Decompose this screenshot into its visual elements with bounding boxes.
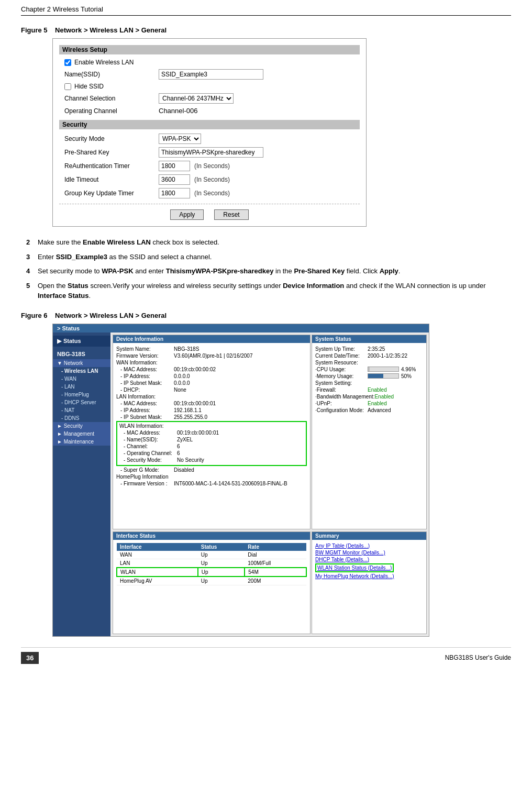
sidebar-security[interactable]: ► Security bbox=[53, 422, 110, 430]
sidebar-item-homeplug[interactable]: - HomePlug bbox=[53, 391, 110, 398]
reset-button[interactable]: Reset bbox=[214, 209, 248, 220]
wan-ip-val: 0.0.0.0 bbox=[174, 373, 190, 379]
homeplug-header-key: HomePlug Information bbox=[116, 474, 174, 480]
summary-dhcp-table[interactable]: DHCP Table (Details...) bbox=[315, 557, 423, 562]
intf-table-header: Interface Status Rate bbox=[117, 543, 306, 551]
reauth-timer-input[interactable] bbox=[159, 161, 190, 171]
bw-mgmt-row: ·Bandwidth Management: Enabled bbox=[315, 394, 423, 400]
channel-selection-label: Channel Selection bbox=[64, 95, 159, 102]
intf-lan: LAN bbox=[117, 559, 198, 568]
hide-ssid-label: Hide SSID bbox=[74, 83, 104, 90]
wan-dhcp-val: None bbox=[174, 387, 186, 393]
upnp-val: Enabled bbox=[368, 401, 387, 406]
operating-channel-value: Channel-006 bbox=[159, 107, 197, 115]
hide-ssid-checkbox[interactable] bbox=[64, 83, 71, 90]
wlan-opchannel-val: 6 bbox=[177, 450, 180, 456]
datetime-key: Current Date/Time: bbox=[315, 353, 368, 359]
operating-channel-label: Operating Channel bbox=[64, 107, 159, 115]
step-4: 4 Set security mode to WPA-PSK and enter… bbox=[26, 266, 511, 276]
idle-timeout-input[interactable] bbox=[159, 174, 190, 185]
sidebar-item-ddns[interactable]: - DDNS bbox=[53, 414, 110, 422]
datetime-val: 2000-1-1/2:35:22 bbox=[368, 353, 407, 359]
bw-mgmt-key: ·Bandwidth Management: bbox=[315, 394, 374, 400]
sidebar-network[interactable]: ▼ Network bbox=[53, 359, 110, 367]
summary-bw-mgmt[interactable]: BW MGMT Monitor (Details...) bbox=[315, 550, 423, 556]
wan-mask-key: - IP Subnet Mask: bbox=[116, 380, 174, 386]
wlan-ssid-val: ZyXEL bbox=[177, 437, 193, 442]
summary-any-ip[interactable]: Any IP Table (Details...) bbox=[315, 543, 423, 549]
table-row: WAN Up Dial bbox=[117, 551, 306, 559]
security-mode-label: Security Mode bbox=[64, 135, 159, 142]
group-key-row: Group Key Update Timer (In Seconds) bbox=[59, 188, 360, 198]
upnp-row: ·UPnP: Enabled bbox=[315, 401, 423, 406]
security-mode-row: Security Mode WPA-PSK bbox=[59, 134, 360, 144]
pre-shared-key-row: Pre-Shared Key bbox=[59, 147, 360, 158]
divider bbox=[59, 204, 360, 204]
wlan-security-row: - Security Mode: No Security bbox=[119, 457, 304, 463]
intf-wlan: WLAN bbox=[117, 568, 198, 577]
wlan-opchannel-row: - Operating Channel: 6 bbox=[119, 450, 304, 456]
sidebar-item-wireless-lan[interactable]: - Wireless LAN bbox=[53, 367, 110, 375]
pre-shared-key-input[interactable] bbox=[159, 147, 263, 158]
sidebar-item-dhcp[interactable]: - DHCP Server bbox=[53, 398, 110, 406]
lan-mask-key: - IP Subnet Mask: bbox=[116, 414, 174, 420]
step-2-text: Make sure the Enable Wireless LAN check … bbox=[38, 237, 511, 248]
mem-usage-row: ·Memory Usage: 50% bbox=[315, 373, 423, 379]
wlan-mac-val: 00:19:cb:00:00:01 bbox=[177, 430, 219, 436]
firewall-row: ·Firewall: Enabled bbox=[315, 387, 423, 393]
mem-progress: 50% bbox=[368, 373, 412, 379]
intf-col-status: Status bbox=[198, 543, 245, 551]
config-mode-row: ·Configuration Mode: Advanced bbox=[315, 407, 423, 413]
intf-lan-rate: 100M/Full bbox=[245, 559, 306, 568]
summary-homeplug[interactable]: My HomePlug Network (Details...) bbox=[315, 573, 423, 579]
lan-ip-val: 192.168.1.1 bbox=[174, 407, 202, 413]
wlan-superg-row: - Super G Mode: Disabled bbox=[116, 467, 307, 473]
intf-lan-status: Up bbox=[198, 559, 245, 568]
step-5-num: 5 bbox=[26, 281, 38, 301]
enable-wlan-checkbox[interactable] bbox=[64, 59, 71, 66]
step-2-num: 2 bbox=[26, 237, 38, 248]
chapter-header: Chapter 2 Wireless Tutorial bbox=[21, 5, 511, 16]
interface-panel-header: Interface Status bbox=[113, 532, 310, 540]
table-row-wlan: WLAN Up 54M bbox=[117, 568, 306, 577]
figure6-separator bbox=[49, 312, 53, 319]
wlan-security-key: - Security Mode: bbox=[119, 457, 177, 463]
group-key-input[interactable] bbox=[159, 188, 190, 198]
resources-key: System Resource: bbox=[315, 360, 368, 365]
status-layout: ▶ Status NBG-318S ▼ Network - Wireless L… bbox=[53, 332, 429, 636]
security-mode-select[interactable]: WPA-PSK bbox=[159, 134, 201, 144]
intf-homeplug-rate: 200M bbox=[245, 577, 306, 585]
homeplug-fw-val: INT6000-MAC-1-4-1424-531-20060918-FINAL-… bbox=[174, 481, 287, 486]
sidebar-maintenance[interactable]: ► Maintenance bbox=[53, 438, 110, 446]
apply-button[interactable]: Apply bbox=[170, 209, 204, 220]
sidebar-item-nat[interactable]: - NAT bbox=[53, 406, 110, 414]
mem-usage-key: ·Memory Usage: bbox=[315, 373, 368, 379]
upnp-key: ·UPnP: bbox=[315, 401, 368, 406]
sidebar-item-lan[interactable]: - LAN bbox=[53, 383, 110, 391]
sidebar-logo: ▶ Status bbox=[53, 336, 110, 347]
intf-wlan-rate: 54M bbox=[245, 568, 306, 577]
cpu-usage-val: 4.96% bbox=[401, 367, 416, 372]
figure6-label: Figure 6 bbox=[21, 312, 48, 319]
wan-dhcp-row: - DHCP: None bbox=[116, 387, 307, 393]
figure5-desc: Network > Wireless LAN > General bbox=[55, 26, 167, 34]
table-row: HomePlug AV Up 200M bbox=[117, 577, 306, 585]
status-screenshot: > Status ▶ Status NBG-318S ▼ Network - W… bbox=[52, 324, 429, 637]
status-bottom-row: Interface Status Interface Status Rate bbox=[110, 531, 429, 636]
sidebar-product: NBG-318S bbox=[53, 349, 110, 359]
lan-mac-val: 00:19:cb:00:00:01 bbox=[174, 401, 216, 406]
bw-mgmt-val: Enabled bbox=[374, 394, 394, 400]
device-info-header: Device Information bbox=[113, 335, 310, 343]
summary-wlan-station[interactable]: WLAN Station Status (Details...) bbox=[317, 565, 392, 571]
uptime-row: System Up Time: 2:35:25 bbox=[315, 346, 423, 352]
name-ssid-input[interactable] bbox=[159, 69, 263, 80]
sidebar-item-wan[interactable]: - WAN bbox=[53, 375, 110, 383]
lan-ip-key: - IP Address: bbox=[116, 407, 174, 413]
config-mode-key: ·Configuration Mode: bbox=[315, 407, 368, 413]
sidebar-management[interactable]: ► Management bbox=[53, 430, 110, 438]
wlan-channel-val: 6 bbox=[177, 444, 180, 449]
intf-wan: WAN bbox=[117, 551, 198, 559]
channel-selection-select[interactable]: Channel-06 2437MHz bbox=[159, 93, 234, 104]
intf-col-rate: Rate bbox=[245, 543, 306, 551]
lan-mac-key: - MAC Address: bbox=[116, 401, 174, 406]
